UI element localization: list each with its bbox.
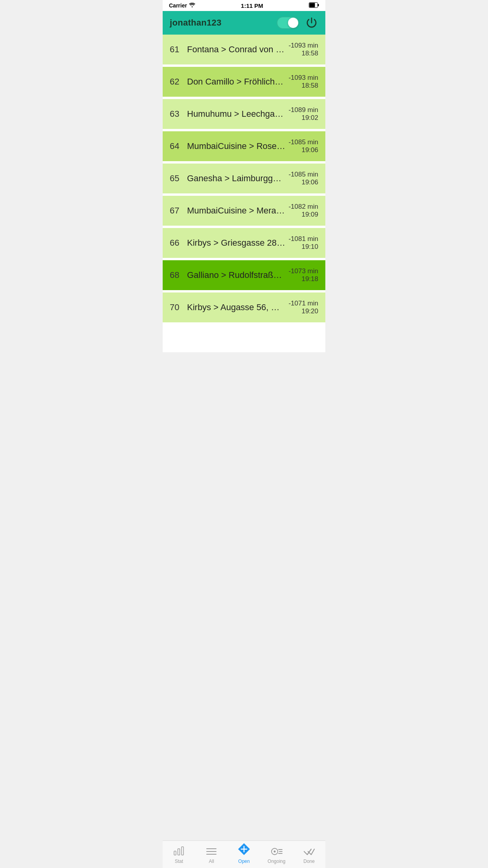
item-right: -1085 min 19:06: [288, 171, 318, 186]
item-name: MumbaiCuisine > Merangasse 38, Graz: [187, 206, 285, 216]
item-mins: -1071 min: [288, 300, 318, 307]
item-number: 61: [170, 44, 182, 55]
list-item[interactable]: 61 Fontana > Conrad von Hötzendorf Straß…: [163, 35, 325, 67]
item-left: 62 Don Camillo > Fröhlichgasse 78, Graz: [170, 77, 285, 87]
item-right: -1085 min 19:06: [288, 138, 318, 154]
item-right: -1071 min 19:20: [288, 300, 318, 315]
item-time: 19:06: [288, 146, 318, 154]
item-right: -1093 min 18:58: [288, 42, 318, 57]
item-time: 19:09: [288, 211, 318, 219]
item-number: 68: [170, 270, 182, 280]
list-item[interactable]: 67 MumbaiCuisine > Merangasse 38, Graz -…: [163, 196, 325, 228]
item-time: 19:20: [288, 307, 318, 315]
item-left: 63 Humuhumu > Leechgasse 30,Graz: [170, 109, 285, 119]
svg-rect-2: [310, 3, 315, 7]
status-left: Carrier: [169, 2, 195, 9]
item-mins: -1081 min: [288, 235, 318, 243]
list-item[interactable]: 63 Humuhumu > Leechgasse 30,Graz -1089 m…: [163, 99, 325, 131]
item-left: 66 Kirbys > Griesgasse 28, Graz: [170, 238, 285, 248]
item-time: 19:18: [288, 275, 318, 283]
item-right: -1082 min 19:09: [288, 203, 318, 219]
item-time: 19:06: [288, 178, 318, 186]
item-mins: -1085 min: [288, 171, 318, 178]
item-right: -1089 min 19:02: [288, 106, 318, 122]
item-name: Galliano > Rudolfstraße 18, Graz: [187, 270, 285, 280]
item-number: 65: [170, 173, 182, 184]
item-mins: -1085 min: [288, 138, 318, 146]
list-item[interactable]: 62 Don Camillo > Fröhlichgasse 78, Graz …: [163, 67, 325, 99]
item-name: Kirbys > Griesgasse 28, Graz: [187, 238, 285, 248]
delivery-list: 61 Fontana > Conrad von Hötzendorf Straß…: [163, 35, 325, 352]
item-name: Kirbys > Augasse 56, Graz: [187, 302, 285, 313]
item-right: -1073 min 19:18: [288, 267, 318, 283]
svg-point-0: [192, 6, 193, 7]
item-name: Don Camillo > Fröhlichgasse 78, Graz: [187, 77, 285, 87]
item-number: 70: [170, 302, 182, 313]
item-left: 64 MumbaiCuisine > Rosenberggürtel 39, 8…: [170, 141, 285, 151]
list-item[interactable]: 68 Galliano > Rudolfstraße 18, Graz -107…: [163, 260, 325, 292]
item-number: 66: [170, 238, 182, 248]
item-mins: -1093 min: [288, 42, 318, 50]
item-number: 67: [170, 206, 182, 216]
item-mins: -1073 min: [288, 267, 318, 275]
wifi-icon: [189, 2, 195, 9]
item-mins: -1082 min: [288, 203, 318, 211]
list-item[interactable]: 64 MumbaiCuisine > Rosenberggürtel 39, 8…: [163, 131, 325, 164]
power-icon[interactable]: [305, 16, 318, 29]
carrier-label: Carrier: [169, 2, 187, 9]
item-mins: -1089 min: [288, 106, 318, 114]
item-mins: -1093 min: [288, 74, 318, 82]
item-name: MumbaiCuisine > Rosenberggürtel 39, 8...: [187, 141, 285, 151]
item-left: 68 Galliano > Rudolfstraße 18, Graz: [170, 270, 285, 280]
username-label: jonathan123: [170, 18, 222, 28]
item-left: 65 Ganesha > Laimburggasse 25,Graz: [170, 173, 285, 184]
item-number: 62: [170, 77, 182, 87]
item-left: 61 Fontana > Conrad von Hötzendorf Straß…: [170, 44, 285, 55]
header: jonathan123: [163, 11, 325, 35]
list-item[interactable]: 65 Ganesha > Laimburggasse 25,Graz -1085…: [163, 164, 325, 196]
item-name: Humuhumu > Leechgasse 30,Graz: [187, 109, 285, 119]
list-item[interactable]: 70 Kirbys > Augasse 56, Graz -1071 min 1…: [163, 292, 325, 325]
item-right: -1093 min 18:58: [288, 74, 318, 90]
item-number: 63: [170, 109, 182, 119]
header-controls: [277, 16, 318, 29]
toggle-thumb: [288, 18, 298, 28]
item-time: 19:10: [288, 243, 318, 251]
item-name: Ganesha > Laimburggasse 25,Graz: [187, 173, 285, 184]
status-right: [309, 2, 319, 9]
item-right: -1081 min 19:10: [288, 235, 318, 251]
item-time: 18:58: [288, 82, 318, 90]
battery-icon: [309, 2, 319, 9]
item-time: 19:02: [288, 114, 318, 122]
item-left: 70 Kirbys > Augasse 56, Graz: [170, 302, 285, 313]
list-item[interactable]: 66 Kirbys > Griesgasse 28, Graz -1081 mi…: [163, 228, 325, 260]
item-name: Fontana > Conrad von Hötzendorf Straße..…: [187, 44, 285, 55]
time-display: 1:11 PM: [241, 2, 263, 9]
status-bar: Carrier 1:11 PM: [163, 0, 325, 11]
toggle-switch[interactable]: [277, 17, 299, 29]
item-time: 18:58: [288, 50, 318, 57]
item-left: 67 MumbaiCuisine > Merangasse 38, Graz: [170, 206, 285, 216]
item-number: 64: [170, 141, 182, 151]
svg-rect-3: [318, 4, 319, 6]
